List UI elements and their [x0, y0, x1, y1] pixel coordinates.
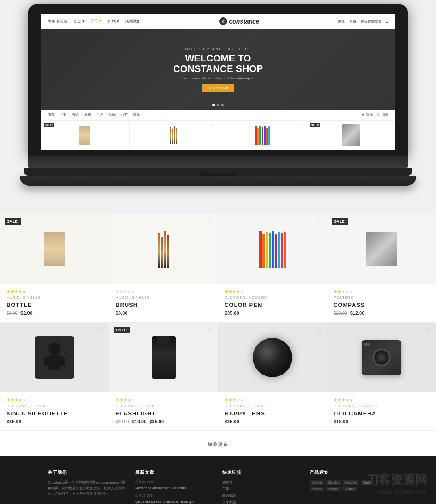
lens-name: HAPPY LENS — [225, 410, 320, 417]
nav-item-4[interactable]: 作品 ▾ — [108, 19, 119, 24]
flashlight-image-area — [109, 323, 218, 392]
bottle-price-old: $3.00 — [7, 311, 17, 316]
sale-badge-bottle-sm: SALE! — [44, 123, 54, 127]
flashlight-sale-badge: SALE! — [114, 327, 130, 333]
nav-item-3[interactable]: 商店 ▾ — [91, 18, 102, 24]
nav-search[interactable]: 通缉 — [338, 19, 345, 24]
flashlight-price-old: $39.00 — [116, 419, 129, 424]
laptop-frame: 美字俱乐部 页页 ▾ 商店 ▾ 作品 ▾ 联系我们 C constance 通缉… — [28, 4, 408, 186]
cat-shoes[interactable]: 鞋饰 — [109, 112, 116, 117]
dot-1[interactable] — [212, 104, 215, 106]
colorpen-wishlist[interactable]: ♡ — [317, 218, 322, 225]
nav-menu[interactable]: ☰ — [385, 20, 388, 24]
watermark-en: www.dkewl.com — [366, 488, 427, 495]
laptop-screen: 美字俱乐部 页页 ▾ 商店 ▾ 作品 ▾ 联系我们 C constance 通缉… — [41, 14, 395, 150]
ninja-image-area — [0, 323, 109, 392]
nav-item-5[interactable]: 联系我们 — [125, 19, 141, 24]
footer-link-contact[interactable]: 联系我们 — [222, 493, 301, 498]
dot-2[interactable] — [217, 104, 219, 106]
cat-vessels[interactable]: 器皿 — [84, 112, 91, 117]
footer-links: 快速链接 购物篮 页页 联系我们 关于我们 — [222, 470, 301, 504]
tag-clothing[interactable]: Clothing — [326, 480, 341, 485]
filter-btn[interactable]: ▼ 筛选 — [361, 112, 373, 117]
load-more-link[interactable]: 加载更多 — [208, 442, 228, 447]
compass-wishlist[interactable]: ♡ — [426, 218, 431, 225]
wishlist-bottle-sm[interactable]: ♡ — [123, 123, 126, 128]
footer-blog: 最新文章 四月 04, 2016 Maecenas adipiscing dui… — [135, 470, 214, 504]
compass-info: ★★★★★ POSTERS COMPASS $23.00 $12.00 — [327, 284, 436, 322]
brush-image-area — [109, 214, 218, 284]
bottle-info: ★★★★★ MUSIC, SINGLES BOTTLE $3.00 $2.00 — [0, 284, 109, 322]
cat-all[interactable]: 所有 — [48, 112, 54, 117]
cat-art[interactable]: 曲艺 — [121, 112, 128, 117]
flashlight-stars: ★★★★★ — [116, 398, 211, 402]
camera-wishlist[interactable]: ♡ — [426, 327, 431, 334]
nav-cart[interactable]: 购买购物篮 0 — [361, 19, 381, 24]
tag-hoodies[interactable]: Hoodies — [343, 480, 359, 485]
products-grid-row2: ★★★★★ CLOTHING, HOODIES NINJA SILHOUETTE… — [0, 322, 436, 431]
nav-item-2[interactable]: 页页 ▾ — [73, 19, 85, 24]
laptop-product-brush: ♡ — [129, 120, 218, 150]
svg-rect-2 — [44, 357, 49, 366]
blog-post-2: 四月 23, 2014 Quis nostrud exercitation pe… — [135, 494, 214, 504]
colorpen-stars: ★★★★★ — [225, 289, 320, 294]
product-card-camera: ★★★★★ CLOTHING, T-SHIRTS OLD CAMERA $18.… — [327, 322, 436, 431]
category-bar: 所有 书包 专辑 器皿 卫衣 鞋饰 曲艺 音乐 ▼ 筛选 🔍 搜索 — [41, 110, 395, 120]
camera-price-new: $18.00 — [334, 419, 348, 424]
product-card-compass: ★★★★★ POSTERS COMPASS $23.00 $12.00 SALE… — [327, 214, 436, 322]
svg-point-0 — [48, 343, 61, 355]
product-card-ninja: ★★★★★ CLOTHING, HOODIES NINJA SILHOUETTE… — [0, 322, 109, 431]
blog-date-1: 四月 04, 2016 — [135, 480, 214, 484]
nav-album[interactable]: 专辑 — [349, 19, 356, 24]
tag-tshirts[interactable]: T-Shirts — [342, 487, 357, 491]
brush-price: $3.00 — [116, 310, 211, 316]
nav-item-1[interactable]: 美字俱乐部 — [48, 19, 67, 24]
footer-link-about[interactable]: 关于我们 — [222, 500, 301, 504]
colorpen-price-new: $35.00 — [225, 310, 239, 316]
colorpen-price: $35.00 — [225, 310, 320, 316]
bottle-wishlist[interactable]: ♡ — [99, 218, 104, 225]
lens-price-new: $35.00 — [225, 419, 239, 424]
tag-albums[interactable]: Albums — [310, 480, 324, 485]
logo-icon: C — [219, 17, 227, 25]
tag-posters[interactable]: Posters — [310, 487, 324, 491]
hero-desc: Lorem ipsum dolor sit amet consectetur a… — [181, 77, 255, 80]
flashlight-category: CLOTHING, HOODIES — [116, 404, 211, 408]
camera-image — [362, 340, 401, 375]
product-card-brush: ★★★★★ MUSIC, SINGLES BRUSH $3.00 ♡ — [109, 214, 218, 322]
blog-post-1: 四月 04, 2016 Maecenas adipiscing dui at e… — [135, 480, 214, 490]
footer-link-pages[interactable]: 页页 — [222, 487, 301, 491]
wishlist-colorpen-sm[interactable]: ♡ — [300, 123, 304, 128]
flashlight-image — [152, 336, 176, 379]
nav-right: 通缉 专辑 购买购物篮 0 ☰ — [338, 19, 388, 24]
product-card-flashlight: ★★★★★ CLOTHING, HOODIES FLASHLIGHT $39.0… — [109, 322, 218, 431]
tag-singles[interactable]: Singles — [326, 487, 341, 491]
flashlight-wishlist[interactable]: ♡ — [208, 327, 213, 334]
watermark-cn: 刀客资源网 — [366, 472, 427, 488]
cat-bags[interactable]: 书包 — [60, 112, 67, 117]
dot-3[interactable] — [221, 104, 224, 106]
svg-rect-3 — [60, 357, 65, 366]
brush-price-new: $3.00 — [116, 310, 128, 316]
bottle-category: MUSIC, SINGLES — [7, 296, 102, 300]
footer-grid: 关于我们 Constance是一个全方位的品牌woocommerce电商购物网。… — [39, 470, 397, 504]
wishlist-brush-sm[interactable]: ♡ — [211, 123, 215, 128]
ninja-wishlist[interactable]: ♡ — [99, 327, 104, 334]
lens-wishlist[interactable]: ♡ — [317, 327, 322, 334]
product-card-bottle: ★★★★★ MUSIC, SINGLES BOTTLE $3.00 $2.00 … — [0, 214, 109, 322]
products-section: ★★★★★ MUSIC, SINGLES BOTTLE $3.00 $2.00 … — [0, 214, 436, 431]
shop-now-button[interactable]: SHOP NOW — [202, 84, 235, 92]
footer-link-cart[interactable]: 购物篮 — [222, 480, 301, 485]
brush-wishlist[interactable]: ♡ — [208, 218, 213, 225]
cat-albums[interactable]: 专辑 — [72, 112, 79, 117]
compass-sale-badge: SALE! — [332, 218, 348, 225]
compass-price: $23.00 $12.00 — [334, 310, 429, 316]
wishlist-compass-sm[interactable]: ♡ — [388, 123, 392, 128]
cat-hoodies[interactable]: 卫衣 — [96, 112, 103, 117]
sale-badge-compass-sm: SALE! — [310, 123, 320, 127]
cat-music[interactable]: 音乐 — [133, 112, 140, 117]
camera-name: OLD CAMERA — [334, 410, 429, 417]
search-btn[interactable]: 🔍 搜索 — [376, 112, 388, 117]
flashlight-price-new: $10.00–$35.00 — [132, 419, 164, 424]
brush-category: MUSIC, SINGLES — [116, 296, 211, 300]
